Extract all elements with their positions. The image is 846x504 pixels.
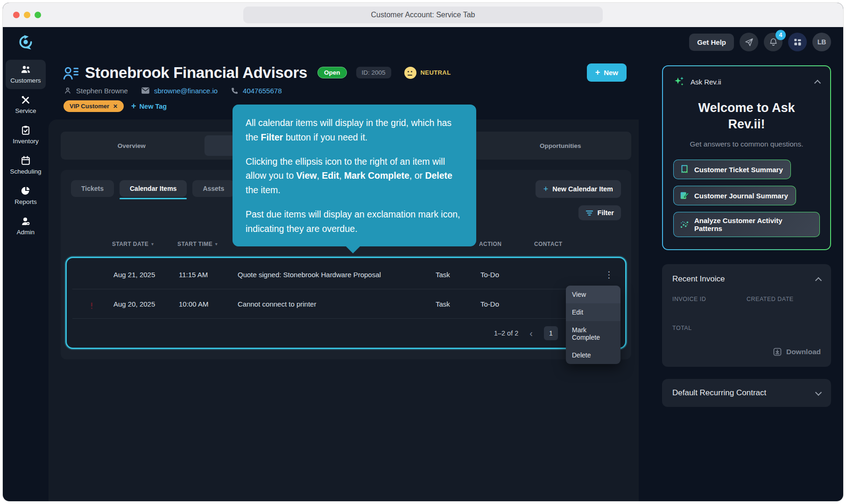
- menu-item-edit[interactable]: Edit: [566, 303, 620, 321]
- service-subtabs: Tickets Calendar Items Assets: [71, 180, 234, 197]
- default-recurring-contract-card[interactable]: Default Recurring Contract: [662, 379, 831, 407]
- paper-plane-icon: [744, 37, 754, 47]
- sentiment-indicator: NEUTRAL: [404, 67, 451, 79]
- ask-welcome-heading: Welcome to Ask Rev.ii!: [691, 100, 803, 133]
- mail-icon: [141, 87, 150, 94]
- menu-item-delete[interactable]: Delete: [566, 346, 620, 364]
- apps-button[interactable]: [788, 33, 807, 51]
- cell-summary: Quote signed: Stonebrook Hardware Propos…: [238, 271, 436, 279]
- email-link[interactable]: sbrowne@finance.io: [154, 87, 218, 95]
- table-row[interactable]: Aug 20, 2025 10:00 AM Cannot connect to …: [72, 289, 620, 319]
- row-ellipsis-menu-icon[interactable]: ⋮: [596, 269, 622, 280]
- plus-icon: +: [131, 101, 136, 111]
- column-header-action[interactable]: ACTION: [479, 241, 534, 247]
- menu-item-mark-complete[interactable]: Mark Complete: [566, 321, 620, 346]
- contract-title: Default Recurring Contract: [672, 388, 766, 398]
- cell-type: Task: [436, 300, 480, 308]
- subtab-calendar-items[interactable]: Calendar Items: [120, 180, 187, 197]
- suggestion-customer-journal-summary[interactable]: Customer Journal Summary: [673, 186, 796, 205]
- recent-invoice-title: Recent Invoice: [672, 274, 725, 284]
- tools-icon: [20, 95, 31, 105]
- cell-action: To-Do: [480, 300, 536, 308]
- new-tag-button[interactable]: + New Tag: [131, 101, 167, 111]
- collapse-panel-chevron-up-icon[interactable]: [814, 79, 821, 86]
- user-avatar[interactable]: LB: [812, 33, 831, 51]
- new-calendar-item-button[interactable]: + New Calendar Item: [536, 180, 621, 198]
- previous-page-icon[interactable]: ‹: [528, 328, 535, 339]
- sort-arrow-icon: ▾: [151, 242, 154, 246]
- maximize-window-button[interactable]: [35, 12, 41, 18]
- right-rail: Ask Rev.ii Welcome to Ask Rev.ii! Get an…: [639, 57, 843, 501]
- subtab-assets[interactable]: Assets: [192, 180, 234, 197]
- admin-user-icon: [21, 216, 31, 226]
- cell-start-date: Aug 20, 2025: [113, 300, 179, 308]
- sidebar-item-admin[interactable]: Admin: [6, 211, 46, 241]
- table-row[interactable]: Aug 21, 2025 11:15 AM Quote signed: Ston…: [72, 260, 620, 289]
- subtab-tickets[interactable]: Tickets: [71, 180, 114, 197]
- sidebar-item-scheduling[interactable]: Scheduling: [6, 151, 46, 180]
- column-header-contact[interactable]: CONTACT: [534, 241, 595, 247]
- tab-opportunities[interactable]: Opportunities: [490, 132, 632, 160]
- filter-icon: [585, 210, 593, 216]
- ask-subtitle: Get answers to common questions.: [673, 140, 820, 148]
- close-window-button[interactable]: [13, 12, 20, 18]
- expand-contract-chevron-down-icon[interactable]: [815, 389, 822, 396]
- plus-icon: +: [543, 185, 549, 193]
- sidebar-item-label: Admin: [17, 229, 35, 236]
- tutorial-tooltip: All calendar items will display in the g…: [233, 105, 476, 246]
- new-button[interactable]: + New: [587, 63, 627, 82]
- sidebar-item-customers[interactable]: Customers: [6, 60, 46, 89]
- column-header-start-date[interactable]: START DATE ▾: [112, 241, 177, 247]
- created-date-label: CREATED DATE: [747, 296, 821, 302]
- pagination-bar: 1–2 of 2 ‹ 1 ▾: [72, 319, 620, 348]
- column-header-start-time[interactable]: START TIME ▾: [177, 241, 236, 247]
- cell-action: To-Do: [480, 271, 536, 279]
- sparkles-icon: [673, 76, 685, 88]
- apps-grid-icon: [793, 37, 802, 47]
- invoice-id-label: INVOICE ID: [672, 296, 747, 302]
- cell-summary: Cannot connect to printer: [238, 300, 436, 308]
- download-invoice-button[interactable]: Download: [672, 347, 821, 357]
- tooltip-paragraph: Clicking the ellipsis icon to the right …: [246, 154, 463, 197]
- sentiment-label: NEUTRAL: [421, 69, 451, 76]
- contact-name: Stephen Browne: [76, 87, 128, 95]
- tooltip-paragraph: Past due items will display an exclamati…: [246, 207, 463, 236]
- minimize-window-button[interactable]: [24, 12, 30, 18]
- sidebar-item-label: Inventory: [13, 138, 39, 145]
- window-title: Customer Account: Service Tab: [243, 7, 603, 23]
- customers-icon: [20, 64, 31, 75]
- menu-item-view[interactable]: View: [566, 286, 620, 303]
- ask-revii-panel: Ask Rev.ii Welcome to Ask Rev.ii! Get an…: [662, 65, 831, 250]
- notifications-button[interactable]: 4: [764, 33, 783, 51]
- ask-panel-title: Ask Rev.ii: [691, 78, 721, 86]
- suggestion-analyze-activity-patterns[interactable]: Analyze Customer Activity Patterns: [673, 212, 820, 237]
- filter-button[interactable]: Filter: [578, 205, 621, 220]
- sidebar-item-label: Reports: [14, 198, 36, 205]
- journal-pencil-icon: [679, 190, 690, 201]
- tab-overview[interactable]: Overview: [61, 132, 203, 160]
- sidebar-nav: Customers Service Inventory: [3, 57, 49, 501]
- sidebar-item-label: Service: [15, 107, 36, 114]
- app-logo-icon: [18, 34, 34, 50]
- sidebar-item-service[interactable]: Service: [6, 90, 46, 119]
- cell-start-date: Aug 21, 2025: [113, 271, 179, 279]
- suggestion-customer-ticket-summary[interactable]: Customer Ticket Summary: [673, 160, 791, 179]
- top-navbar: Get Help 4 LB: [3, 27, 843, 57]
- cell-start-time: 11:15 AM: [179, 271, 238, 279]
- sidebar-item-reports[interactable]: Reports: [6, 181, 46, 210]
- remove-tag-icon[interactable]: ✕: [113, 103, 118, 110]
- status-badge: Open: [317, 67, 347, 78]
- collapse-invoice-chevron-up-icon[interactable]: [815, 277, 822, 284]
- notification-count-badge: 4: [776, 30, 786, 40]
- recent-invoice-card: Recent Invoice INVOICE ID CREATED DATE T…: [662, 264, 831, 367]
- tag-vip-customer[interactable]: VIP Customer ✕: [63, 100, 124, 112]
- sidebar-item-inventory[interactable]: Inventory: [6, 120, 46, 150]
- phone-icon: [231, 87, 239, 95]
- cell-type: Task: [436, 271, 480, 279]
- phone-link[interactable]: 4047655678: [243, 87, 282, 95]
- page-number-button[interactable]: 1: [544, 326, 558, 340]
- customer-id-badge: ID: 2005: [356, 67, 391, 78]
- send-feedback-button[interactable]: [740, 33, 758, 51]
- get-help-button[interactable]: Get Help: [689, 34, 734, 51]
- calendar-icon: [21, 155, 31, 166]
